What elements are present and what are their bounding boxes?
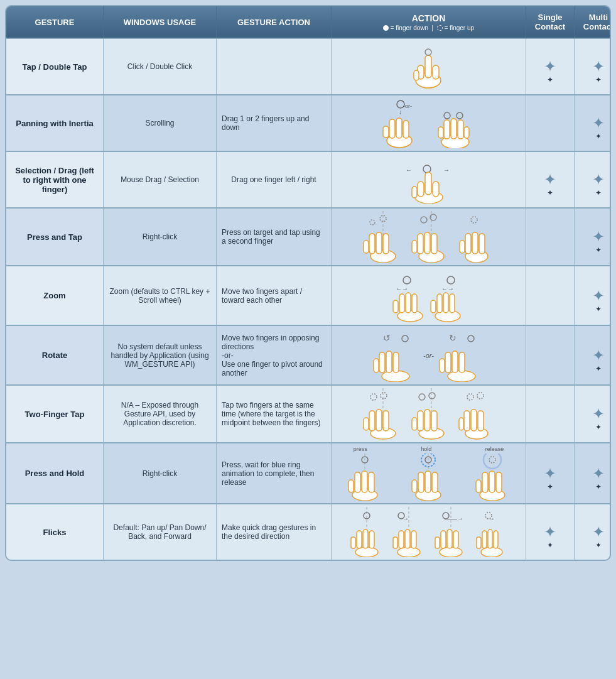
gesture-name: Zoom bbox=[6, 266, 104, 325]
svg-point-118 bbox=[489, 457, 495, 463]
hold-label: hold bbox=[421, 446, 431, 452]
svg-rect-62 bbox=[437, 294, 442, 313]
svg-point-97 bbox=[477, 393, 484, 399]
svg-rect-139 bbox=[393, 537, 397, 548]
svg-rect-109 bbox=[349, 480, 354, 492]
svg-rect-102 bbox=[459, 418, 463, 430]
svg-rect-153 bbox=[494, 531, 498, 548]
header-single: Single Contact bbox=[526, 6, 575, 38]
svg-rect-35 bbox=[376, 232, 382, 254]
svg-rect-117 bbox=[412, 480, 417, 492]
action-illustration-cell: press hold release bbox=[332, 443, 526, 503]
action-illustration-cell bbox=[332, 209, 526, 265]
svg-rect-151 bbox=[482, 531, 487, 548]
svg-point-89 bbox=[419, 394, 425, 400]
svg-point-21 bbox=[457, 112, 463, 119]
svg-rect-106 bbox=[355, 472, 360, 492]
multi-contact-cell: ✦ bbox=[575, 326, 611, 384]
svg-rect-95 bbox=[412, 418, 417, 430]
header-gesture-action-label: GESTURE ACTION bbox=[237, 18, 310, 27]
svg-rect-137 bbox=[405, 530, 410, 548]
svg-rect-10 bbox=[389, 119, 395, 138]
svg-rect-122 bbox=[489, 471, 495, 492]
svg-rect-63 bbox=[443, 293, 448, 313]
single-contact-cell bbox=[526, 95, 575, 151]
gesture-action-text bbox=[217, 39, 332, 94]
svg-rect-100 bbox=[471, 410, 477, 431]
tap-illustration bbox=[333, 41, 524, 92]
gesture-name: Selection / Drag (left to right with one… bbox=[6, 152, 104, 207]
svg-point-67 bbox=[402, 335, 408, 342]
svg-rect-44 bbox=[431, 234, 437, 254]
table-row: Panning with Inertia Scrolling Drag 1 or… bbox=[6, 94, 610, 151]
svg-point-52 bbox=[403, 276, 411, 284]
svg-text:←: ← bbox=[406, 166, 412, 173]
svg-rect-107 bbox=[362, 471, 367, 492]
svg-rect-146 bbox=[453, 531, 458, 548]
svg-rect-15 bbox=[444, 120, 450, 139]
table-row: Press and Tap Right-click Press on targe… bbox=[6, 207, 610, 265]
gesture-action-text: Press, wait for blue ring animation to c… bbox=[217, 443, 332, 503]
gesture-action-text: Make quick drag gestures in the desired … bbox=[217, 504, 332, 560]
multi-contact-cell: ✦ bbox=[575, 95, 611, 151]
svg-rect-57 bbox=[399, 294, 404, 313]
multi-contact-cell: ✦ bbox=[575, 266, 611, 325]
svg-rect-87 bbox=[364, 418, 369, 430]
svg-point-32 bbox=[370, 220, 375, 225]
star-single: ✦ bbox=[541, 58, 559, 75]
table-header: GESTURE WINDOWS USAGE GESTURE ACTION ACT… bbox=[6, 6, 610, 38]
table-row: Flicks Default: Pan up/ Pan Down/ Back, … bbox=[6, 503, 610, 560]
svg-rect-136 bbox=[399, 531, 404, 548]
svg-rect-93 bbox=[424, 410, 430, 431]
multi-contact-cell: ✦ bbox=[575, 386, 611, 442]
svg-rect-92 bbox=[418, 411, 423, 431]
press-tap-illustration bbox=[333, 211, 524, 263]
svg-point-5 bbox=[425, 49, 431, 55]
star-single: ✦ bbox=[541, 465, 559, 482]
gesture-name: Two-Finger Tap bbox=[6, 386, 104, 442]
svg-text:——→: ——→ bbox=[445, 515, 463, 522]
svg-rect-79 bbox=[440, 359, 445, 372]
press-hold-illustration: press hold release bbox=[333, 446, 524, 501]
action-illustration-cell: -or- ↓ bbox=[332, 95, 526, 151]
action-illustration-cell bbox=[332, 39, 526, 94]
svg-rect-144 bbox=[441, 531, 446, 548]
svg-rect-152 bbox=[488, 530, 492, 548]
table-row: Tap / Double Tap Click / Double Click ✦ … bbox=[6, 38, 610, 94]
single-contact-cell bbox=[526, 386, 575, 442]
svg-point-82 bbox=[381, 393, 387, 399]
star-multi: ✦ bbox=[590, 405, 607, 423]
svg-rect-77 bbox=[452, 351, 458, 372]
svg-point-90 bbox=[429, 393, 435, 399]
drag-illustration: ← → bbox=[333, 155, 524, 205]
svg-rect-101 bbox=[478, 411, 484, 431]
table-row: Rotate No system default unless handled … bbox=[6, 325, 610, 384]
multi-contact-cell: ✦ bbox=[575, 152, 611, 207]
svg-rect-16 bbox=[451, 119, 457, 139]
single-contact-cell bbox=[526, 209, 575, 265]
svg-rect-131 bbox=[351, 537, 355, 548]
svg-rect-123 bbox=[496, 472, 502, 492]
star-multi: ✦ bbox=[590, 347, 607, 364]
svg-text:→: → bbox=[403, 515, 409, 522]
svg-rect-29 bbox=[412, 187, 417, 198]
svg-rect-58 bbox=[406, 293, 411, 313]
svg-rect-3 bbox=[433, 65, 439, 79]
svg-point-96 bbox=[467, 394, 473, 400]
gesture-action-text: Press on target and tap using a second f… bbox=[217, 209, 332, 265]
svg-rect-129 bbox=[363, 530, 368, 548]
table-row: Two-Finger Tap N/A – Exposed through Ges… bbox=[6, 384, 610, 442]
svg-point-23 bbox=[423, 165, 431, 173]
star-single: ✦ bbox=[541, 523, 559, 541]
svg-rect-36 bbox=[383, 234, 389, 254]
table-row: Selection / Drag (left to right with one… bbox=[6, 151, 610, 207]
svg-point-39 bbox=[421, 217, 427, 223]
svg-rect-51 bbox=[460, 241, 465, 253]
svg-rect-4 bbox=[414, 70, 419, 80]
star-multi: ✦ bbox=[590, 228, 607, 246]
gesture-name: Press and Tap bbox=[6, 209, 104, 265]
multi-contact-cell: ✦ bbox=[575, 504, 611, 560]
svg-rect-50 bbox=[479, 234, 485, 254]
svg-point-46 bbox=[471, 217, 477, 223]
svg-point-119 bbox=[484, 454, 501, 469]
